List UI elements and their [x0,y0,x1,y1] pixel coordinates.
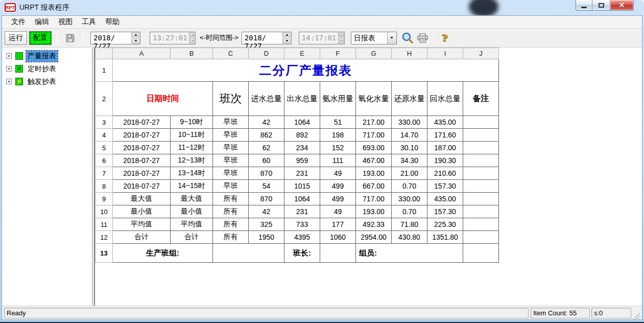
start-date-input[interactable]: 2018/ 7/27 [90,32,140,44]
cell[interactable]: 71.80 [392,218,427,231]
config-button[interactable]: 配置 [29,31,52,45]
cell[interactable]: 231 [284,167,320,180]
cell[interactable]: 54 [249,180,284,193]
cell[interactable]: 2018-07-27 [113,129,171,142]
tree-item-label[interactable]: 产量报表 [26,51,58,62]
cell[interactable]: 30.10 [392,142,427,154]
cell[interactable]: 2018-07-27 [113,180,171,193]
cell[interactable]: 所有 [213,205,249,218]
cell[interactable]: 0.70 [392,180,427,193]
cell[interactable] [463,142,499,154]
cell[interactable]: 最小值 [171,205,213,218]
cell[interactable] [320,244,356,263]
cell[interactable] [463,193,499,205]
cell[interactable]: 合计 [171,231,213,244]
cell[interactable]: 2954.00 [356,231,392,244]
report-type-select[interactable]: 日报表 [351,32,397,44]
cell[interactable]: 51 [320,116,356,129]
cell[interactable]: 62 [249,142,284,154]
cell[interactable]: 所有 [213,218,249,231]
cell[interactable] [463,218,499,231]
search-icon[interactable] [402,32,413,43]
cell[interactable]: 225.30 [427,218,463,231]
cell[interactable]: 早班 [213,167,249,180]
cell[interactable]: 870 [249,167,284,180]
cell[interactable] [463,154,499,167]
cell[interactable] [463,180,499,193]
cell[interactable]: 21.00 [392,167,427,180]
cell[interactable]: 14.70 [392,129,427,142]
cell[interactable]: 所有 [213,231,249,244]
menu-edit[interactable]: 编辑 [30,16,54,28]
cell[interactable]: 667.00 [356,180,392,193]
menu-tools[interactable]: 工具 [77,16,101,28]
cell[interactable]: 平均值 [171,218,213,231]
tree-item-production-report[interactable]: + 产量报表 [2,50,92,62]
cell[interactable]: 1950 [249,231,284,244]
cell[interactable]: 435.00 [427,193,463,205]
cell[interactable]: 60 [249,154,284,167]
cell[interactable]: 平均值 [113,218,171,231]
cell[interactable]: 1064 [284,193,320,205]
cell[interactable]: 13~14时 [171,167,213,180]
cell[interactable]: 1064 [284,116,320,129]
cell[interactable]: 330.00 [392,193,427,205]
cell[interactable]: 42 [249,205,284,218]
cell[interactable]: 早班 [213,154,249,167]
start-date-spinner[interactable] [131,32,140,44]
cell[interactable] [463,129,499,142]
cell[interactable]: 所有 [213,193,249,205]
cell[interactable]: 210.60 [427,167,463,180]
cell[interactable]: 733 [284,218,320,231]
tree-item-label[interactable]: 触发抄表 [26,76,58,87]
cell[interactable]: 1015 [284,180,320,193]
cell[interactable]: 1060 [320,231,356,244]
print-icon[interactable] [417,32,428,43]
cell[interactable]: 325 [249,218,284,231]
cell[interactable]: 330.00 [392,116,427,129]
end-date-input[interactable]: 2018/ 7/27 [242,32,292,44]
cell[interactable]: 959 [284,154,320,167]
cell[interactable]: 4395 [284,231,320,244]
cell[interactable]: 870 [249,193,284,205]
cell[interactable]: 111 [320,154,356,167]
cell[interactable]: 9~10时 [171,116,213,129]
cell[interactable]: 合计 [113,231,171,244]
cell[interactable]: 157.30 [427,205,463,218]
cell[interactable]: 190.30 [427,154,463,167]
cell[interactable]: 177 [320,218,356,231]
cell[interactable]: 492.33 [356,218,392,231]
cell[interactable]: 最大值 [113,193,171,205]
cell[interactable]: 435.00 [427,116,463,129]
cell[interactable]: 171.60 [427,129,463,142]
cell[interactable] [463,205,499,218]
tree-item-trigger-meter[interactable]: + ⚡ 触发抄表 [2,75,92,88]
cell[interactable]: 499 [320,193,356,205]
cell[interactable]: 717.00 [356,129,392,142]
menu-help[interactable]: 帮助 [101,16,124,28]
cell[interactable]: 10~11时 [171,129,213,142]
cell[interactable]: 187.00 [427,142,463,154]
run-button[interactable]: 运行 [5,31,27,45]
cell[interactable]: 12~13时 [171,154,213,167]
menu-file[interactable]: 文件 [7,16,30,28]
menu-view[interactable]: 视图 [54,16,77,28]
cell[interactable]: 862 [249,129,284,142]
cell[interactable]: 193.00 [356,167,392,180]
cell[interactable]: 717.00 [356,193,392,205]
close-button[interactable]: ✕ [610,0,634,11]
cell[interactable] [463,167,499,180]
cell[interactable]: 198 [320,129,356,142]
cell[interactable]: 2018-07-27 [113,167,171,180]
cell[interactable] [463,244,499,263]
cell[interactable]: 49 [320,205,356,218]
tree-item-scheduled-meter[interactable]: + ✕ 定时抄表 [2,62,92,75]
cell[interactable]: 193.00 [356,205,392,218]
cell[interactable] [463,116,499,129]
cell[interactable]: 14~15时 [171,180,213,193]
cell[interactable]: 234 [284,142,320,154]
cell[interactable]: 2018-07-27 [113,116,171,129]
cell[interactable]: 早班 [213,142,249,154]
expand-icon[interactable]: + [6,66,12,72]
cell[interactable]: 早班 [213,129,249,142]
